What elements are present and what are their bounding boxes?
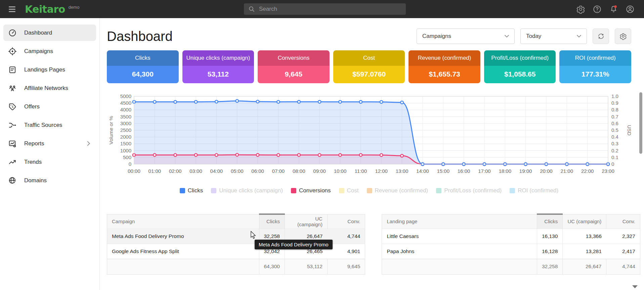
legend-chip	[180, 188, 185, 193]
sidebar-item-label: Reports	[24, 140, 44, 147]
stat-card-label: Clicks	[107, 50, 179, 66]
sidebar-item-traffic-sources[interactable]: Traffic Sources	[3, 117, 96, 133]
svg-text:4500: 4500	[120, 100, 131, 106]
total-cell: 9,645	[327, 259, 365, 274]
chevron-right-icon	[87, 141, 91, 146]
svg-text:1000: 1000	[120, 148, 131, 153]
grouping-select[interactable]: Campaigns	[417, 29, 515, 44]
sidebar-item-label: Traffic Sources	[24, 122, 62, 129]
notifications-bell-icon[interactable]	[609, 5, 618, 14]
svg-text:$: $	[12, 105, 14, 108]
chevron-down-icon	[505, 35, 509, 38]
svg-text:02:00: 02:00	[169, 168, 182, 174]
sidebar-item-label: Domains	[24, 177, 47, 184]
svg-text:0.6: 0.6	[611, 120, 618, 126]
sidebar: Dashboard Campaigns Landings Pages Affil…	[0, 18, 100, 290]
svg-text:01:00: 01:00	[148, 168, 161, 174]
legend-item-3[interactable]: Cost	[339, 187, 359, 194]
stat-card-3: Cost$597.0760	[333, 50, 405, 83]
row-name-cell[interactable]: Little Caesars	[382, 229, 537, 244]
column-header-campaign[interactable]: Campaign	[107, 214, 259, 229]
stat-card-2: Conversions9,645	[258, 50, 330, 83]
stat-card-0: Clicks64,300	[107, 50, 179, 83]
legend-chip	[291, 188, 296, 193]
svg-text:0.4: 0.4	[611, 134, 618, 140]
stat-card-label: Cost	[333, 50, 405, 66]
svg-text:0.7: 0.7	[611, 114, 618, 119]
svg-text:0.5: 0.5	[611, 127, 618, 133]
stat-card-4: Revenue (confirmed)$1,655.73	[409, 50, 480, 83]
column-header-conv[interactable]: Conv.	[327, 214, 365, 229]
hamburger-menu-icon[interactable]	[9, 5, 15, 13]
legend-chip	[367, 188, 372, 193]
legend-label: Revenue (confirmed)	[375, 187, 428, 194]
dashboard-controls: Campaigns Today	[417, 29, 631, 44]
total-cell	[107, 259, 259, 274]
legend-item-0[interactable]: Clicks	[180, 187, 203, 194]
search-input[interactable]	[258, 5, 406, 13]
legend-label: Cost	[347, 187, 359, 194]
topbar: Keitaro demo	[0, 0, 644, 18]
column-header-landing-page[interactable]: Landing page	[382, 214, 537, 229]
page-title: Dashboard	[107, 29, 173, 44]
svg-text:3500: 3500	[120, 114, 131, 119]
stat-card-label: ROI (confirmed)	[559, 50, 631, 66]
sidebar-item-offers[interactable]: $ Offers	[3, 98, 96, 115]
svg-text:09:00: 09:00	[313, 168, 326, 174]
sidebar-item-trends[interactable]: Trends	[3, 154, 96, 170]
traffic-chart[interactable]: 0500100015002000250030003500400045005000…	[107, 94, 644, 179]
legend-item-6[interactable]: ROI (confirmed)	[510, 187, 558, 194]
column-header-uc-campaign[interactable]: UC (campaign)	[285, 214, 327, 229]
column-header-uc-campaign[interactable]: UC (campaign)	[563, 214, 606, 229]
stat-card-label: Profit/Loss (confirmed)	[484, 50, 556, 66]
stat-card-5: Profit/Loss (confirmed)$1,058.65	[484, 50, 556, 83]
row-name-cell[interactable]: Google Ads Fitness App Split	[107, 244, 259, 259]
daterange-select[interactable]: Today	[520, 29, 587, 44]
stat-card-1: Unique clicks (campaign)53,112	[182, 50, 254, 83]
sidebar-item-campaigns[interactable]: Campaigns	[3, 43, 96, 59]
sidebar-item-dashboard[interactable]: Dashboard	[3, 25, 96, 41]
stat-card-value: $1,058.65	[484, 66, 556, 83]
traffic-sources-icon	[8, 121, 17, 130]
row-name-cell[interactable]: Meta Ads Food Delivery Promo	[107, 229, 259, 244]
legend-item-1[interactable]: Unique clicks (campaign)	[211, 187, 283, 194]
legend-item-4[interactable]: Revenue (confirmed)	[367, 187, 428, 194]
account-icon[interactable]	[626, 5, 635, 14]
page-scrollbar-thumb[interactable]	[639, 92, 642, 154]
svg-text:0.9: 0.9	[611, 100, 618, 106]
table-row[interactable]: Papa Johns16,12813,2812,417	[382, 244, 640, 259]
stat-card-label: Revenue (confirmed)	[409, 50, 480, 66]
total-cell: 53,112	[285, 259, 327, 274]
legend-item-5[interactable]: Profit/Loss (confirmed)	[436, 187, 502, 194]
stat-card-value: 64,300	[107, 66, 179, 83]
settings-gear-icon[interactable]	[576, 5, 585, 14]
help-icon[interactable]	[593, 5, 602, 14]
column-header-conv[interactable]: Conv.	[606, 214, 640, 229]
refresh-button[interactable]	[593, 29, 609, 44]
scroll-down-arrow-icon[interactable]	[632, 285, 638, 288]
affiliate-networks-icon	[8, 84, 17, 93]
dashboard-settings-button[interactable]	[615, 29, 631, 44]
campaigns-icon	[8, 47, 17, 56]
total-cell	[382, 259, 537, 274]
sidebar-item-affiliate-networks[interactable]: Affiliate Networks	[3, 80, 96, 96]
sidebar-item-domains[interactable]: Domains	[3, 172, 96, 189]
sidebar-item-label: Dashboard	[24, 30, 52, 36]
column-header-clicks[interactable]: Clicks	[259, 214, 285, 229]
sidebar-item-landings-pages[interactable]: Landings Pages	[3, 61, 96, 78]
stat-card-label: Unique clicks (campaign)	[182, 50, 254, 66]
row-name-cell[interactable]: Papa Johns	[382, 244, 537, 259]
global-search[interactable]	[244, 3, 406, 15]
svg-text:00:00: 00:00	[128, 168, 140, 174]
svg-text:0: 0	[611, 161, 614, 167]
value-cell: 13,281	[563, 244, 606, 259]
legend-item-2[interactable]: Conversions	[291, 187, 331, 194]
column-header-clicks[interactable]: Clicks	[537, 214, 562, 229]
sidebar-item-reports[interactable]: Reports	[3, 135, 96, 152]
svg-text:22:00: 22:00	[581, 168, 594, 174]
trends-icon	[8, 158, 17, 166]
table-row[interactable]: Little Caesars16,13013,3662,327	[382, 229, 640, 244]
svg-text:0.8: 0.8	[611, 107, 618, 112]
svg-text:20:00: 20:00	[540, 168, 553, 174]
demo-badge: demo	[69, 5, 80, 10]
